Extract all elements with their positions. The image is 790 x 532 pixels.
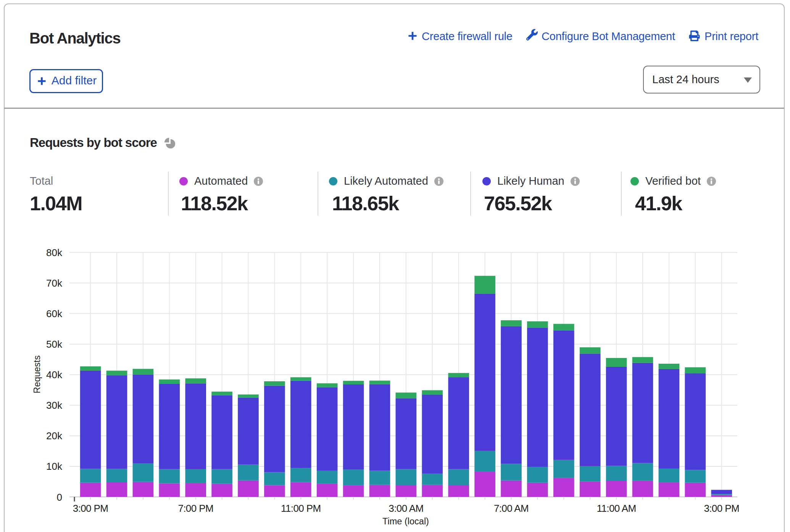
svg-text:3:00 PM: 3:00 PM bbox=[704, 503, 739, 514]
svg-text:10k: 10k bbox=[46, 461, 63, 472]
svg-text:Time (local): Time (local) bbox=[382, 516, 429, 526]
svg-text:Requests: Requests bbox=[32, 355, 42, 393]
svg-text:80k: 80k bbox=[46, 247, 63, 258]
svg-text:7:00 PM: 7:00 PM bbox=[178, 503, 213, 514]
svg-text:11:00 AM: 11:00 AM bbox=[597, 503, 636, 514]
svg-text:20k: 20k bbox=[46, 430, 63, 442]
svg-text:11:00 PM: 11:00 PM bbox=[281, 503, 321, 514]
svg-text:3:00 AM: 3:00 AM bbox=[389, 503, 423, 514]
svg-text:40k: 40k bbox=[46, 369, 63, 380]
svg-text:7:00 AM: 7:00 AM bbox=[494, 503, 529, 514]
svg-text:60k: 60k bbox=[46, 308, 63, 319]
svg-text:70k: 70k bbox=[46, 277, 63, 289]
svg-text:3:00 PM: 3:00 PM bbox=[73, 503, 108, 514]
svg-text:30k: 30k bbox=[46, 400, 63, 411]
svg-text:50k: 50k bbox=[46, 339, 63, 350]
svg-text:0: 0 bbox=[57, 492, 62, 503]
